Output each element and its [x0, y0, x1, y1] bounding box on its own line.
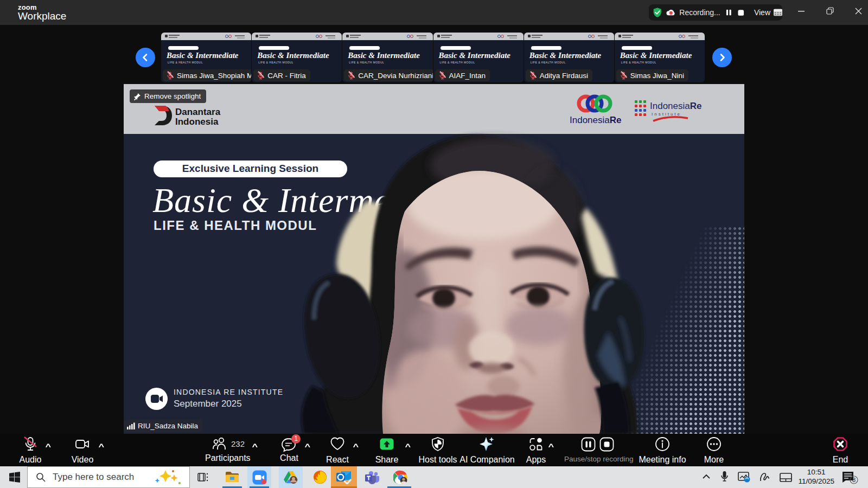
svg-text:8: 8 — [852, 477, 856, 483]
